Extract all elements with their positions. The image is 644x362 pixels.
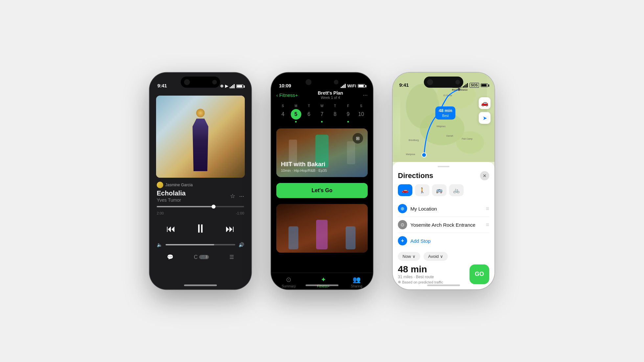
fitness-header: Brett's Plan Week 1 of 4 xyxy=(298,90,363,100)
status-time-fitness: 10:09 xyxy=(279,83,291,88)
album-figure-body xyxy=(191,119,210,171)
lyrics-button[interactable]: 💬 xyxy=(167,254,173,260)
badge-count: 🎵 3 xyxy=(199,255,209,259)
more-options-button[interactable]: ··· xyxy=(363,92,368,99)
tab-sharing[interactable]: 👥 Sharing xyxy=(351,276,362,288)
workout-card-1[interactable]: HIIT with Bakari 10min · Hip-Hop/R&B · E… xyxy=(276,128,368,177)
letsgo-button[interactable]: Let's Go xyxy=(276,183,368,198)
tab-summary[interactable]: ⊙ Summary xyxy=(282,276,296,288)
now-chevron: ∨ xyxy=(412,254,416,259)
route-to-icon: ⊙ xyxy=(398,220,407,229)
volume-high-icon: 🔊 xyxy=(239,242,244,247)
calendar-row: S 4 M 5 T 6 W xyxy=(271,102,373,124)
crossfade-button[interactable]: C 🎵 3 xyxy=(194,254,209,260)
back-label: Fitness+ xyxy=(279,92,298,98)
more-button[interactable]: ··· xyxy=(239,192,244,200)
volume-bar[interactable]: 🔈 🔊 xyxy=(150,242,251,247)
album-figure-head xyxy=(196,109,205,117)
transport-walk[interactable]: 🚶 xyxy=(415,184,429,196)
go-button[interactable]: GO xyxy=(470,264,489,284)
cal-num-w: 7 xyxy=(317,109,327,120)
route-to-menu[interactable]: ≡ xyxy=(486,221,489,228)
transport-bike[interactable]: 🚲 xyxy=(449,184,464,196)
cal-num-s2: 10 xyxy=(356,109,366,120)
queue-button[interactable]: ☰ xyxy=(229,254,234,260)
traffic-label: Based on predicted traffic xyxy=(402,280,443,284)
wifi-icon-fitness: WiFi xyxy=(347,83,356,88)
signal-bar-m4 xyxy=(467,83,468,87)
back-button[interactable]: ‹ Fitness+ xyxy=(276,92,298,98)
workout-title: HIIT with Bakari xyxy=(281,161,327,168)
now-button[interactable]: Now ∨ xyxy=(398,252,420,261)
route-from-menu[interactable]: ≡ xyxy=(486,205,489,212)
time-current: 2:00 xyxy=(157,211,164,215)
cal-num-s1: 4 xyxy=(278,109,288,120)
volume-fill xyxy=(166,244,214,245)
cal-day-t1: T 6 xyxy=(304,104,314,123)
crossfade-icon: C xyxy=(194,254,198,260)
workout-share-button[interactable]: ⊞ xyxy=(353,133,363,144)
battery-music xyxy=(236,84,243,88)
phones-container: 9:41 ⊕ ▶ xyxy=(150,73,494,289)
cal-label-w: W xyxy=(320,104,323,108)
close-button[interactable]: ✕ xyxy=(480,171,489,180)
cal-dot-f xyxy=(347,121,349,123)
sos-label: SOS xyxy=(470,83,479,88)
avoid-chevron: ∨ xyxy=(440,254,443,259)
workout-card-2[interactable] xyxy=(276,204,368,253)
signal-bars-fitness xyxy=(341,84,346,88)
favorite-button[interactable]: ☆ xyxy=(230,192,235,200)
panel-header: Directions ✕ xyxy=(398,171,489,180)
map-time-bubble: 48 min Best xyxy=(435,106,455,120)
home-indicator-fitness xyxy=(306,284,338,286)
workout-image-2 xyxy=(276,204,368,253)
plan-subtitle: Week 1 of 4 xyxy=(298,96,363,100)
map-area[interactable]: 9:41 ➤ SOS xyxy=(393,73,494,162)
maps-screen-container: 9:41 ➤ SOS xyxy=(393,73,494,289)
bottom-controls: 💬 C 🎵 3 ☰ xyxy=(150,254,251,260)
svg-text:Mariposa: Mariposa xyxy=(406,153,415,156)
add-stop-label: Add Stop xyxy=(410,238,431,244)
add-stop-row[interactable]: + Add Stop xyxy=(398,233,489,249)
svg-point-4 xyxy=(456,131,484,154)
phone-maps: 9:41 ➤ SOS xyxy=(393,73,494,289)
cal-day-s1: S 4 xyxy=(278,104,288,123)
eta-info: 48 min 31 miles · Best route ⊕ Based on … xyxy=(398,264,470,284)
tab-fitnessplus[interactable]: ✦ Fitness+ xyxy=(317,276,330,288)
svg-text:Midpines: Midpines xyxy=(437,125,446,128)
status-icons-fitness: WiFi xyxy=(341,83,365,88)
route-to-text: Yosemite Arch Rock Entrance xyxy=(410,222,482,228)
map-location-button[interactable]: ➤ xyxy=(479,112,491,124)
forward-button[interactable]: ⏭ xyxy=(225,223,235,234)
map-car-button[interactable]: 🚗 xyxy=(479,97,491,109)
pause-button[interactable]: ⏸ xyxy=(195,222,206,236)
phone-music: 9:41 ⊕ ▶ xyxy=(150,73,251,289)
battery-fill-music xyxy=(237,85,242,87)
add-stop-icon: + xyxy=(398,236,407,245)
directions-panel: Directions ✕ 🚗 🚶 🚌 🚲 ⊕ My Location xyxy=(393,162,494,289)
transport-car[interactable]: 🚗 xyxy=(398,184,412,196)
eta-traffic: ⊕ Based on predicted traffic xyxy=(398,280,470,284)
cal-day-s2: S 10 xyxy=(356,104,366,123)
cal-num-f: 9 xyxy=(343,109,353,120)
di-camera-m xyxy=(427,79,433,85)
avoid-label: Avoid xyxy=(428,254,439,259)
airplay-icon: ⊕ xyxy=(220,84,223,88)
track-actions: ☆ ··· xyxy=(230,192,244,200)
transport-transit[interactable]: 🚌 xyxy=(432,184,447,196)
cal-num-m: 5 xyxy=(291,109,301,120)
directions-title: Directions xyxy=(398,171,433,180)
cal-day-t2: T 8 xyxy=(330,104,340,123)
avoid-button[interactable]: Avoid ∨ xyxy=(424,252,448,261)
fitness-nav: ‹ Fitness+ Brett's Plan Week 1 of 4 ··· xyxy=(271,90,373,100)
back-chevron: ‹ xyxy=(276,92,278,98)
music-screen: 9:41 ⊕ ▶ xyxy=(150,73,251,289)
summary-label: Summary xyxy=(282,284,296,288)
signal-bar-f1 xyxy=(341,87,342,88)
eta-detail: 31 miles · Best route xyxy=(398,275,470,279)
signal-bar-f2 xyxy=(342,86,343,88)
rewind-button[interactable]: ⏮ xyxy=(166,223,175,234)
transport-modes: 🚗 🚶 🚌 🚲 xyxy=(398,184,489,196)
progress-bar[interactable] xyxy=(150,206,251,207)
cal-label-t1: T xyxy=(308,104,310,108)
